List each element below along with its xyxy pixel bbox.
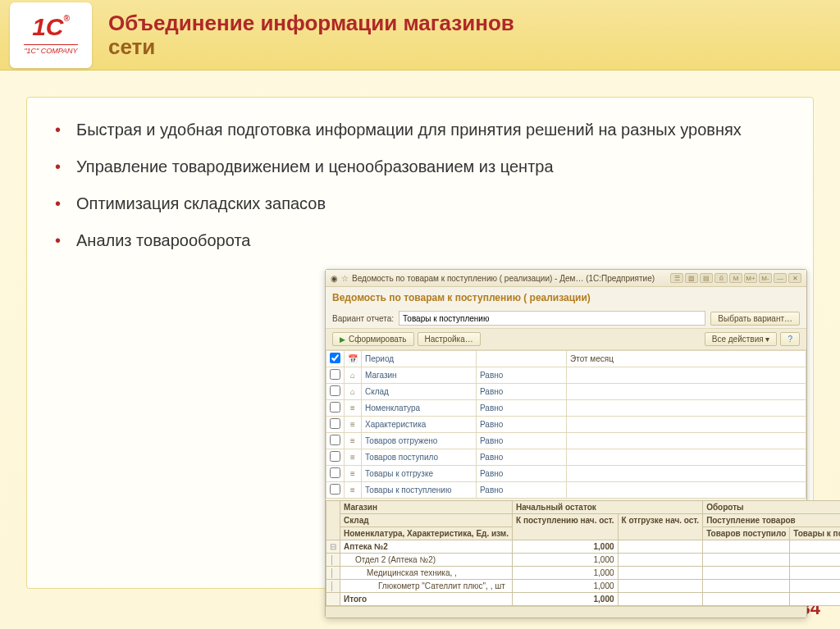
window-titlebar: ◉ ☆ Ведомость по товарам к поступлению (… <box>326 270 806 287</box>
logo-company: "1C" COMPANY <box>24 44 77 55</box>
filter-condition <box>477 351 567 367</box>
filter-row[interactable]: ≡Товаров отгруженоРавно <box>326 433 806 449</box>
filter-icon: ⌂ <box>345 367 362 384</box>
report-table: Магазин Начальный остаток Обороты К Скла… <box>326 500 840 606</box>
filter-row[interactable]: ⌂МагазинРавно <box>326 367 806 384</box>
row-name: Глюкометр "Сателлит плюс", , шт <box>340 580 513 593</box>
table-row: │Отдел 2 (Аптека №2)1,000 <box>326 554 841 567</box>
filter-row[interactable]: 📅ПериодЭтот месяц <box>326 351 806 367</box>
embedded-app-window: ◉ ☆ Ведомость по товарам к поступлению (… <box>325 269 807 618</box>
slide-title: Объединение информации магазинов сети <box>108 11 514 58</box>
filter-condition: Равно <box>477 433 567 449</box>
help-button[interactable]: ? <box>780 332 800 346</box>
filter-icon: ⌂ <box>345 384 362 400</box>
filter-value: Этот месяц <box>567 351 806 367</box>
filter-checkbox[interactable] <box>330 435 340 445</box>
bullet-item: Анализ товарооборота <box>53 230 787 252</box>
tree-toggle[interactable]: │ <box>326 567 340 580</box>
slide-header: 1С® "1C" COMPANY Объединение информации … <box>0 0 840 71</box>
bullet-item: Управление товародвижением и ценообразов… <box>53 156 787 178</box>
filter-checkbox[interactable] <box>330 451 340 462</box>
filter-row[interactable]: ≡ХарактеристикаРавно <box>326 417 806 433</box>
filter-row[interactable]: ⌂СкладРавно <box>326 384 806 400</box>
logo-text: 1С® <box>32 15 70 39</box>
variant-input[interactable] <box>399 311 705 326</box>
row-value: 1,000 <box>513 567 619 580</box>
bullet-item: Оптимизация складских запасов <box>53 193 787 215</box>
filter-value <box>567 367 806 384</box>
logo: 1С® "1C" COMPANY <box>10 2 92 68</box>
filter-row[interactable]: ≡Товаров поступилоРавно <box>326 449 806 466</box>
filter-condition: Равно <box>477 367 567 384</box>
filter-value <box>567 433 806 449</box>
filter-condition: Равно <box>477 384 567 400</box>
tree-toggle[interactable]: ⊟ <box>326 540 340 554</box>
filter-condition: Равно <box>477 417 567 433</box>
minimize-icon[interactable]: — <box>774 273 787 283</box>
filter-name: Период <box>362 351 477 367</box>
choose-variant-button[interactable]: Выбрать вариант… <box>710 312 800 326</box>
filter-checkbox[interactable] <box>330 369 340 380</box>
titlebar-btn[interactable]: ▧ <box>685 273 698 283</box>
titlebar-btn[interactable]: ⎙ <box>714 273 728 283</box>
filters-table: 📅ПериодЭтот месяц⌂МагазинРавно⌂СкладРавн… <box>326 350 806 499</box>
titlebar-btn-mplus[interactable]: M+ <box>744 273 757 283</box>
filter-value <box>567 384 806 400</box>
report-title: Ведомость по товарам к поступлению ( реа… <box>326 287 806 308</box>
generate-button[interactable]: Сформировать <box>332 332 414 346</box>
titlebar-btn[interactable]: ▤ <box>700 273 713 283</box>
filter-row[interactable]: ≡Товары к поступлениюРавно <box>326 482 806 499</box>
bullet-item: Быстрая и удобная подготовка информации … <box>53 119 787 141</box>
filter-checkbox[interactable] <box>330 484 340 495</box>
row-name: Итого <box>340 593 513 606</box>
filter-condition: Равно <box>477 449 567 466</box>
all-actions-button[interactable]: Все действия ▾ <box>705 332 778 346</box>
row-value: 1,000 <box>513 554 619 567</box>
row-name: Медицинская техника, , <box>340 567 513 580</box>
settings-button[interactable]: Настройка… <box>418 332 481 346</box>
filter-value <box>567 482 806 499</box>
filter-row[interactable]: ≡НоменклатураРавно <box>326 400 806 417</box>
titlebar-btn-m[interactable]: M <box>729 273 742 283</box>
filter-value <box>567 417 806 433</box>
close-icon[interactable]: ✕ <box>788 273 801 283</box>
tree-toggle[interactable]: │ <box>326 580 340 593</box>
filter-icon: 📅 <box>345 351 362 367</box>
tree-toggle[interactable]: │ <box>326 554 340 567</box>
filter-name: Магазин <box>362 367 477 384</box>
filter-row[interactable]: ≡Товары к отгрузкеРавно <box>326 466 806 482</box>
window-title-text: Ведомость по товарам к поступлению ( реа… <box>352 274 667 283</box>
tree-toggle[interactable] <box>326 593 340 606</box>
filter-condition: Равно <box>477 466 567 482</box>
filter-checkbox[interactable] <box>330 385 340 396</box>
filter-icon: ≡ <box>345 466 362 482</box>
table-row: ⊟Аптека №21,000 <box>326 540 841 554</box>
filter-value <box>567 400 806 417</box>
filter-checkbox[interactable] <box>330 353 340 363</box>
window-statusbar <box>326 606 806 618</box>
bullet-list: Быстрая и удобная подготовка информации … <box>53 119 787 252</box>
filter-checkbox[interactable] <box>330 467 340 478</box>
row-value: 1,000 <box>513 540 619 554</box>
table-row: │Медицинская техника, ,1,000 <box>326 567 841 580</box>
filter-name: Товаров поступило <box>362 449 477 466</box>
table-row: Итого1,000 <box>326 593 841 606</box>
filter-icon: ≡ <box>345 433 362 449</box>
titlebar-btn[interactable]: ☰ <box>670 273 683 283</box>
filter-checkbox[interactable] <box>330 418 340 429</box>
filter-value <box>567 449 806 466</box>
filter-name: Характеристика <box>362 417 477 433</box>
filter-name: Номенклатура <box>362 400 477 417</box>
row-value: 1,000 <box>513 593 619 606</box>
filter-name: Склад <box>362 384 477 400</box>
table-row: │Глюкометр "Сателлит плюс", , шт1,000 <box>326 580 841 593</box>
filter-value <box>567 466 806 482</box>
titlebar-btn-mminus[interactable]: M- <box>759 273 772 283</box>
filter-condition: Равно <box>477 400 567 417</box>
filter-name: Товаров отгружено <box>362 433 477 449</box>
title-sub: сети <box>108 35 514 59</box>
filter-icon: ≡ <box>345 482 362 499</box>
app-icon: ◉ <box>331 274 338 283</box>
row-name: Аптека №2 <box>340 540 513 554</box>
filter-checkbox[interactable] <box>330 402 340 412</box>
